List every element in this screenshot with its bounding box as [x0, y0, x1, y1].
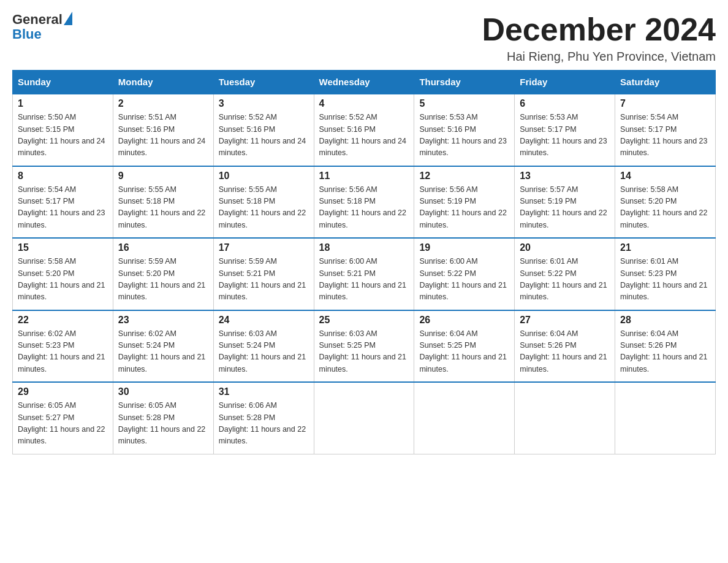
- day-info: Sunrise: 6:01 AM Sunset: 5:23 PM Dayligh…: [620, 256, 710, 304]
- day-cell: 24 Sunrise: 6:03 AM Sunset: 5:24 PM Dayl…: [213, 310, 314, 383]
- day-number: 23: [118, 315, 208, 326]
- daylight-label: Daylight: 11 hours and 21 minutes.: [18, 353, 105, 373]
- day-number: 11: [319, 170, 409, 182]
- day-cell: 26 Sunrise: 6:04 AM Sunset: 5:25 PM Dayl…: [414, 310, 515, 383]
- day-cell: 9 Sunrise: 5:55 AM Sunset: 5:18 PM Dayli…: [113, 166, 213, 239]
- day-cell: [615, 382, 716, 454]
- sunset-label: Sunset: 5:22 PM: [419, 269, 476, 278]
- day-info: Sunrise: 5:53 AM Sunset: 5:16 PM Dayligh…: [419, 112, 509, 159]
- sunset-label: Sunset: 5:18 PM: [118, 197, 175, 205]
- daylight-label: Daylight: 11 hours and 21 minutes.: [319, 281, 406, 301]
- day-cell: 28 Sunrise: 6:04 AM Sunset: 5:26 PM Dayl…: [615, 310, 716, 383]
- sunset-label: Sunset: 5:15 PM: [18, 125, 74, 134]
- day-info: Sunrise: 6:04 AM Sunset: 5:26 PM Dayligh…: [620, 328, 710, 376]
- day-number: 6: [520, 98, 610, 109]
- sunrise-label: Sunrise: 6:05 AM: [118, 401, 176, 410]
- daylight-label: Daylight: 11 hours and 22 minutes.: [219, 209, 306, 229]
- sunrise-label: Sunrise: 6:02 AM: [18, 329, 76, 338]
- sunrise-label: Sunrise: 6:01 AM: [620, 257, 678, 266]
- day-cell: 20 Sunrise: 6:01 AM Sunset: 5:22 PM Dayl…: [515, 238, 615, 310]
- day-info: Sunrise: 6:01 AM Sunset: 5:22 PM Dayligh…: [520, 256, 610, 304]
- sunrise-label: Sunrise: 5:54 AM: [18, 185, 76, 194]
- day-info: Sunrise: 5:56 AM Sunset: 5:19 PM Dayligh…: [419, 184, 509, 232]
- daylight-label: Daylight: 11 hours and 24 minutes.: [118, 137, 205, 157]
- weekday-header-friday: Friday: [515, 71, 615, 94]
- sunrise-label: Sunrise: 5:51 AM: [118, 113, 176, 121]
- daylight-label: Daylight: 11 hours and 21 minutes.: [18, 281, 105, 301]
- sunrise-label: Sunrise: 5:52 AM: [319, 113, 377, 121]
- sunrise-label: Sunrise: 6:04 AM: [419, 329, 477, 338]
- daylight-label: Daylight: 11 hours and 21 minutes.: [319, 353, 406, 373]
- daylight-label: Daylight: 11 hours and 21 minutes.: [219, 353, 306, 373]
- day-number: 25: [319, 315, 409, 326]
- day-number: 26: [419, 315, 509, 326]
- sunrise-label: Sunrise: 6:03 AM: [219, 329, 277, 338]
- day-info: Sunrise: 6:04 AM Sunset: 5:26 PM Dayligh…: [520, 328, 610, 376]
- sunrise-label: Sunrise: 6:06 AM: [219, 401, 277, 410]
- day-number: 12: [419, 170, 509, 182]
- sunset-label: Sunset: 5:27 PM: [18, 413, 74, 422]
- daylight-label: Daylight: 11 hours and 22 minutes.: [419, 209, 506, 229]
- day-cell: 4 Sunrise: 5:52 AM Sunset: 5:16 PM Dayli…: [314, 94, 414, 166]
- sunrise-label: Sunrise: 5:58 AM: [620, 185, 678, 194]
- sunrise-label: Sunrise: 6:05 AM: [18, 401, 76, 410]
- daylight-label: Daylight: 11 hours and 22 minutes.: [118, 425, 205, 445]
- sunrise-label: Sunrise: 5:53 AM: [520, 113, 578, 121]
- weekday-header-saturday: Saturday: [615, 71, 716, 94]
- day-info: Sunrise: 5:53 AM Sunset: 5:17 PM Dayligh…: [520, 112, 610, 159]
- day-info: Sunrise: 5:51 AM Sunset: 5:16 PM Dayligh…: [118, 112, 208, 159]
- sunset-label: Sunset: 5:21 PM: [319, 269, 376, 278]
- day-number: 27: [520, 315, 610, 326]
- sunrise-label: Sunrise: 5:52 AM: [219, 113, 277, 121]
- sunset-label: Sunset: 5:22 PM: [520, 269, 576, 278]
- day-cell: [515, 382, 615, 454]
- day-number: 15: [18, 242, 108, 253]
- sunrise-label: Sunrise: 5:54 AM: [620, 113, 678, 121]
- day-cell: 14 Sunrise: 5:58 AM Sunset: 5:20 PM Dayl…: [615, 166, 716, 239]
- week-row-5: 29 Sunrise: 6:05 AM Sunset: 5:27 PM Dayl…: [13, 382, 716, 454]
- day-number: 3: [219, 98, 309, 109]
- day-info: Sunrise: 6:00 AM Sunset: 5:22 PM Dayligh…: [419, 256, 509, 304]
- month-title: December 2024: [482, 12, 716, 47]
- sunrise-label: Sunrise: 6:04 AM: [520, 329, 578, 338]
- day-number: 8: [18, 170, 108, 182]
- day-cell: 2 Sunrise: 5:51 AM Sunset: 5:16 PM Dayli…: [113, 94, 213, 166]
- day-cell: 13 Sunrise: 5:57 AM Sunset: 5:19 PM Dayl…: [515, 166, 615, 239]
- sunrise-label: Sunrise: 5:56 AM: [319, 185, 377, 194]
- day-number: 21: [620, 242, 710, 253]
- daylight-label: Daylight: 11 hours and 24 minutes.: [319, 137, 406, 157]
- sunrise-label: Sunrise: 6:04 AM: [620, 329, 678, 338]
- day-cell: 8 Sunrise: 5:54 AM Sunset: 5:17 PM Dayli…: [13, 166, 113, 239]
- daylight-label: Daylight: 11 hours and 23 minutes.: [18, 209, 105, 229]
- sunset-label: Sunset: 5:24 PM: [219, 341, 275, 350]
- sunrise-label: Sunrise: 6:00 AM: [319, 257, 377, 266]
- sunrise-label: Sunrise: 5:56 AM: [419, 185, 477, 194]
- day-cell: 7 Sunrise: 5:54 AM Sunset: 5:17 PM Dayli…: [615, 94, 716, 166]
- day-cell: [414, 382, 515, 454]
- sunrise-label: Sunrise: 6:02 AM: [118, 329, 176, 338]
- sunset-label: Sunset: 5:17 PM: [520, 125, 576, 134]
- day-info: Sunrise: 6:05 AM Sunset: 5:28 PM Dayligh…: [118, 400, 208, 448]
- logo-triangle-icon: [64, 12, 72, 25]
- day-cell: 31 Sunrise: 6:06 AM Sunset: 5:28 PM Dayl…: [213, 382, 314, 454]
- sunset-label: Sunset: 5:26 PM: [520, 341, 576, 350]
- sunset-label: Sunset: 5:19 PM: [419, 197, 476, 205]
- sunset-label: Sunset: 5:28 PM: [118, 413, 175, 422]
- day-info: Sunrise: 6:02 AM Sunset: 5:24 PM Dayligh…: [118, 328, 208, 376]
- daylight-label: Daylight: 11 hours and 22 minutes.: [219, 425, 306, 445]
- sunset-label: Sunset: 5:28 PM: [219, 413, 275, 422]
- daylight-label: Daylight: 11 hours and 22 minutes.: [520, 209, 607, 229]
- daylight-label: Daylight: 11 hours and 21 minutes.: [219, 281, 306, 301]
- sunrise-label: Sunrise: 6:03 AM: [319, 329, 377, 338]
- day-number: 20: [520, 242, 610, 253]
- sunset-label: Sunset: 5:16 PM: [419, 125, 476, 134]
- day-number: 10: [219, 170, 309, 182]
- day-cell: 11 Sunrise: 5:56 AM Sunset: 5:18 PM Dayl…: [314, 166, 414, 239]
- sunset-label: Sunset: 5:26 PM: [620, 341, 677, 350]
- day-number: 9: [118, 170, 208, 182]
- sunset-label: Sunset: 5:23 PM: [620, 269, 677, 278]
- day-cell: 19 Sunrise: 6:00 AM Sunset: 5:22 PM Dayl…: [414, 238, 515, 310]
- day-number: 4: [319, 98, 409, 109]
- day-info: Sunrise: 5:54 AM Sunset: 5:17 PM Dayligh…: [18, 184, 108, 232]
- day-number: 14: [620, 170, 710, 182]
